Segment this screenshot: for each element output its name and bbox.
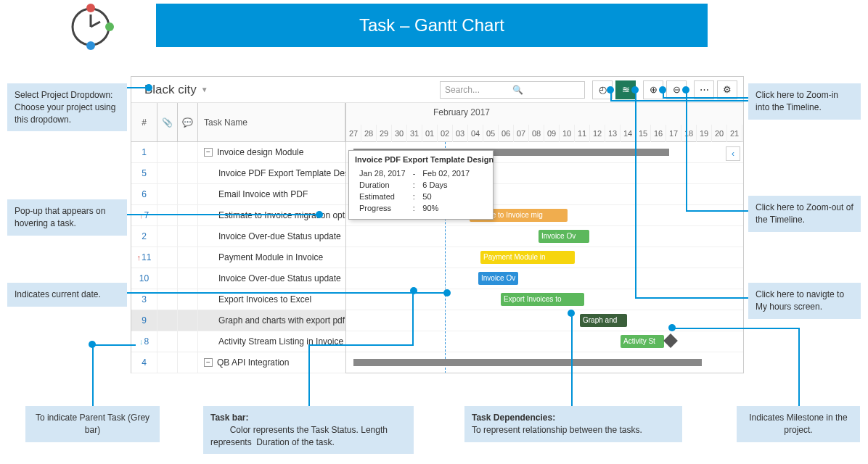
task-tooltip: Invoice PDF Export Template Design Jan 2… [348,150,494,220]
annotation-dropdown: Select Project Dropdown: Choose your pro… [7,83,127,131]
project-dropdown[interactable]: Black city ▼ [144,83,208,97]
task-list-pane: # 📎 💬 Task Name 1−Invoice design Module … [131,103,346,373]
svg-line-2 [91,22,100,27]
callout-line [127,214,317,215]
chevron-down-icon: ▼ [201,86,208,94]
comment-icon: 💬 [182,117,193,128]
task-row[interactable]: 11Payment Module in Invoice [131,247,345,268]
search-input[interactable]: Search... 🔍 [440,81,585,99]
callout-line [127,292,445,294]
gantt-container: Black city ▼ Search... 🔍 ◴ ≋ ⊕ ⊖ ⋯ ⚙ # 📎… [131,76,744,373]
callout-line [610,100,748,102]
svg-point-3 [86,4,95,12]
annotation-zoom-out: Click here to Zoom-out of the Timeline. [748,196,861,232]
gantt-icon: ≋ [622,84,630,95]
annotation-dependencies: Task Dependencies:To represent relations… [464,406,682,442]
task-bar[interactable]: Activity St [621,335,664,348]
task-row[interactable]: 9Graph and charts with export pdf [131,310,345,331]
callout-line [571,313,573,406]
page-title-bar: Task – Gantt Chart [156,4,708,47]
task-row[interactable]: 1−Invoice design Module [131,142,345,163]
annotation-parent-bar: To indicate Parent Task (Grey bar) [25,406,160,442]
task-bar[interactable]: Payment Module in [480,251,575,264]
callout-line [610,90,612,100]
col-number: # [131,103,157,141]
svg-point-4 [105,22,114,31]
callout-dot [568,310,575,317]
paperclip-icon: 📎 [162,117,173,128]
search-placeholder: Search... [445,85,512,95]
zoom-out-icon: ⊖ [673,84,681,95]
callout-line [127,87,147,88]
callout-line [672,328,800,329]
milestone-marker[interactable] [663,334,678,348]
timeline-month: February 2017 [433,107,490,117]
project-name: Black city [144,83,197,97]
more-button[interactable]: ⋯ [694,80,714,99]
callout-line [92,344,136,346]
task-bar[interactable]: Invoice Ov [539,230,589,243]
task-row[interactable]: 7Estimate to Invoice migration option [131,205,345,226]
annotation-zoom-in: Click here to Zoom-in into the Timeline. [748,83,861,120]
annotation-task-bar: Task bar: Color represents the Task Stat… [203,406,414,454]
gear-icon: ⚙ [723,84,732,95]
callout-line [92,344,94,406]
zoom-in-icon: ⊕ [650,84,658,95]
callout-line [798,328,800,406]
task-row[interactable]: 5Invoice PDF Export Template Design [131,163,345,184]
task-row[interactable]: 8Activity Stream Listing in Invoice [131,331,345,352]
task-row[interactable]: 6Email Invoice with PDF [131,184,345,205]
annotation-milestone: Indicates Milestone in the project. [737,406,860,442]
task-row[interactable]: 2Invoice Over-due Status update [131,226,345,247]
annotation-current-date: Indicates current date. [7,283,127,307]
page-title: Task – Gantt Chart [359,15,504,36]
callout-dot [410,287,417,294]
task-list-header: # 📎 💬 Task Name [131,103,345,142]
annotation-popup: Pop-up that appears on hovering a task. [7,199,127,236]
timeline-days: 2728293031010203040506070809101112131415… [346,125,742,142]
timeline-pane: February 2017 27282930310102030405060708… [346,103,743,373]
clock-icon: ◴ [599,84,607,95]
parent-bar[interactable] [353,359,702,366]
collapse-icon[interactable]: − [204,148,213,157]
search-icon: 🔍 [512,85,580,95]
settings-button[interactable]: ⚙ [717,80,737,99]
annotation-myhours: Click here to navigte to My hours screen… [748,283,861,319]
svg-point-5 [86,41,95,50]
tooltip-title: Invoice PDF Export Template Design [355,155,487,164]
callout-line [663,97,748,99]
callout-line [686,210,748,212]
task-row[interactable]: 10Invoice Over-due Status update [131,268,345,289]
callout-line [635,90,636,297]
more-icon: ⋯ [700,84,709,95]
gantt-toolbar: Black city ▼ Search... 🔍 ◴ ≋ ⊕ ⊖ ⋯ ⚙ [131,77,743,103]
callout-line [635,297,748,299]
callout-line [686,90,687,210]
col-task-name: Task Name [198,103,345,141]
timeline-header: February 2017 27282930310102030405060708… [346,103,743,142]
callout-line [663,90,664,97]
col-comment: 💬 [178,103,198,141]
col-attachment: 📎 [157,103,178,141]
task-bar[interactable]: Export Invoices to [501,293,584,306]
collapse-icon[interactable]: − [204,358,213,367]
task-bar[interactable]: Invoice Ov [478,272,518,285]
callout-line [412,291,414,345]
task-row[interactable]: 4−QB API Integration [131,352,345,373]
callout-line [308,344,414,346]
task-bar[interactable]: Graph and [580,314,627,327]
callout-line [308,344,310,406]
app-logo [65,1,116,52]
